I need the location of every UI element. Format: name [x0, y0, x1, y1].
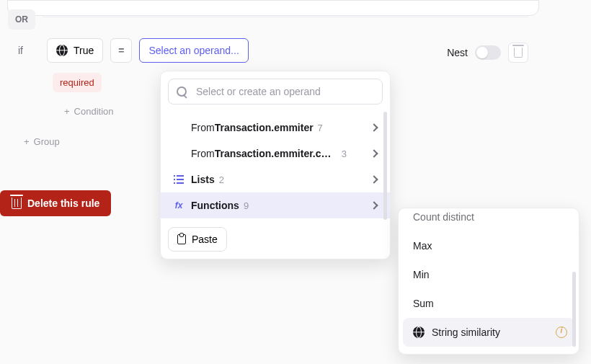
operand-count: 3: [342, 148, 347, 159]
operand-path: Transaction.emmiter: [215, 122, 314, 133]
fx-icon-wrap: fx: [172, 200, 185, 210]
functions-count: 9: [244, 200, 249, 211]
add-condition-button[interactable]: + Condition: [64, 106, 114, 117]
function-item[interactable]: Count distinct: [403, 211, 574, 231]
nest-controls: Nest: [447, 43, 528, 63]
trash-icon: [12, 197, 22, 209]
function-label: Max: [413, 240, 432, 252]
chevron-right-icon: [370, 149, 378, 157]
from-prefix: From: [191, 122, 215, 133]
required-tag: required: [53, 73, 102, 92]
chevron-right-icon: [370, 201, 378, 209]
globe-icon: [56, 45, 68, 56]
rule-card: OR if True = Select an operand... Nest r…: [7, 0, 539, 16]
if-label: if: [18, 45, 40, 56]
search-icon: [176, 86, 187, 97]
operand-count: 7: [318, 123, 323, 133]
info-icon[interactable]: [556, 327, 567, 338]
lists-count: 2: [219, 174, 224, 185]
operand-category-functions[interactable]: fx Functions 9: [161, 192, 390, 218]
globe-icon: [413, 327, 425, 338]
function-label: Sum: [413, 298, 434, 309]
from-prefix: From: [191, 148, 215, 159]
trash-icon: [514, 48, 523, 58]
clipboard-icon: [177, 234, 186, 244]
operand-search[interactable]: [168, 79, 383, 105]
paste-button[interactable]: Paste: [168, 227, 227, 252]
operand-true-text: True: [74, 45, 94, 56]
function-icon: fx: [175, 200, 183, 210]
add-group-label: Group: [34, 136, 60, 147]
delete-condition-button[interactable]: [508, 43, 528, 63]
or-pill: OR: [8, 9, 35, 30]
select-operand-button[interactable]: Select an operand...: [139, 38, 248, 63]
functions-dropdown: Count distinct Max Min Sum String simila…: [398, 208, 579, 355]
functions-label: Functions: [191, 200, 239, 211]
function-label: Min: [413, 269, 430, 280]
operator-chip[interactable]: =: [110, 38, 132, 63]
if-row: if True = Select an operand...: [18, 38, 249, 63]
add-condition-label: Condition: [74, 106, 114, 117]
chevron-right-icon: [370, 123, 378, 131]
dropdown-scrollbar[interactable]: [383, 112, 387, 220]
lists-label: Lists: [191, 174, 215, 185]
function-label: String similarity: [432, 327, 500, 338]
function-item[interactable]: Min: [403, 260, 574, 289]
function-item-string-similarity[interactable]: String similarity: [403, 318, 574, 347]
plus-icon: +: [64, 106, 70, 117]
nest-label: Nest: [447, 47, 468, 58]
list-icon-wrap: [172, 175, 185, 184]
operand-from-item[interactable]: From Transaction.emmiter.country 3: [161, 141, 390, 167]
plus-icon: +: [24, 136, 30, 147]
function-item[interactable]: Max: [403, 231, 574, 260]
operand-true-chip[interactable]: True: [47, 38, 103, 63]
chevron-right-icon: [370, 175, 378, 183]
operand-from-item[interactable]: From Transaction.emmiter 7: [161, 115, 390, 141]
operand-list: From Transaction.emmiter 7 From Transact…: [161, 112, 390, 221]
operand-dropdown: From Transaction.emmiter 7 From Transact…: [160, 71, 391, 259]
dropdown-scrollbar[interactable]: [572, 272, 576, 347]
divider: [43, 17, 528, 17]
operand-category-lists[interactable]: Lists 2: [161, 167, 390, 192]
function-label: Count distinct: [413, 211, 474, 223]
operand-search-input[interactable]: [195, 85, 375, 98]
paste-label: Paste: [192, 234, 218, 245]
operand-path: Transaction.emmiter.country: [215, 148, 337, 159]
list-icon: [174, 175, 184, 184]
delete-rule-label: Delete this rule: [27, 197, 99, 209]
nest-toggle[interactable]: [475, 45, 501, 60]
add-group-button[interactable]: + Group: [24, 136, 60, 147]
function-item[interactable]: Sum: [403, 289, 574, 318]
delete-rule-button[interactable]: Delete this rule: [0, 190, 111, 216]
